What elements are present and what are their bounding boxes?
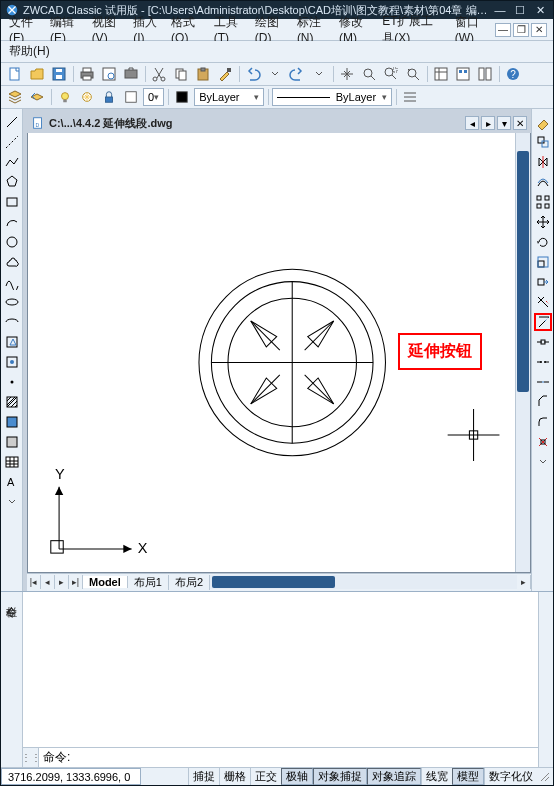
status-polar[interactable]: 极轴: [281, 768, 313, 785]
status-lwt[interactable]: 线宽: [421, 768, 452, 785]
tab-model[interactable]: Model: [83, 576, 128, 588]
circle-button[interactable]: [3, 233, 21, 251]
command-panel-handle[interactable]: 命令栏: [1, 592, 23, 767]
construction-line-button[interactable]: [3, 133, 21, 151]
undo-dropdown[interactable]: [265, 64, 285, 84]
layer-name-selector[interactable]: 0 ▾: [143, 88, 164, 106]
save-button[interactable]: [49, 64, 69, 84]
status-osnap[interactable]: 对象捕捉: [313, 768, 367, 785]
extend-button[interactable]: [534, 313, 552, 331]
new-button[interactable]: [5, 64, 25, 84]
help-button[interactable]: ?: [503, 64, 523, 84]
region-button[interactable]: [3, 433, 21, 451]
stretch-button[interactable]: [534, 273, 552, 291]
menu-help[interactable]: 帮助(H): [5, 41, 54, 62]
join-button[interactable]: [534, 373, 552, 391]
chamfer-button[interactable]: [534, 393, 552, 411]
polygon-button[interactable]: [3, 173, 21, 191]
command-input[interactable]: [74, 748, 538, 767]
point-button[interactable]: [3, 373, 21, 391]
array-button[interactable]: [534, 193, 552, 211]
properties-button[interactable]: [431, 64, 451, 84]
erase-button[interactable]: [534, 113, 552, 131]
mirror-button[interactable]: [534, 153, 552, 171]
status-otrack[interactable]: 对象追踪: [367, 768, 421, 785]
design-center-button[interactable]: [453, 64, 473, 84]
layer-lock-icon[interactable]: [99, 87, 119, 107]
doc-tab-close[interactable]: ✕: [513, 116, 527, 130]
hscroll-right[interactable]: ▸: [517, 575, 531, 589]
insert-block-button[interactable]: [3, 333, 21, 351]
gradient-button[interactable]: [3, 413, 21, 431]
line-button[interactable]: [3, 113, 21, 131]
color-selector[interactable]: ByLayer ▾: [194, 88, 264, 106]
trim-button[interactable]: [534, 293, 552, 311]
zoom-realtime-button[interactable]: [359, 64, 379, 84]
redo-dropdown[interactable]: [309, 64, 329, 84]
vertical-scrollbar[interactable]: [515, 133, 530, 571]
color-swatch-icon[interactable]: [121, 87, 141, 107]
fillet-button[interactable]: [534, 413, 552, 431]
publish-button[interactable]: [121, 64, 141, 84]
horizontal-scrollbar[interactable]: [210, 575, 517, 589]
copy-button[interactable]: [171, 64, 191, 84]
cut-button[interactable]: [149, 64, 169, 84]
drawing-viewport[interactable]: Y X 延伸按钮: [28, 133, 515, 571]
maximize-button[interactable]: ☐: [511, 2, 529, 18]
tab-nav-last[interactable]: ▸|: [69, 575, 83, 589]
make-block-button[interactable]: [3, 353, 21, 371]
hatch-button[interactable]: [3, 393, 21, 411]
doc-tab-menu[interactable]: ▾: [497, 116, 511, 130]
mtext-button[interactable]: A: [3, 473, 21, 491]
command-history[interactable]: [23, 592, 538, 747]
ellipse-arc-button[interactable]: [3, 313, 21, 331]
paste-button[interactable]: [193, 64, 213, 84]
status-ortho[interactable]: 正交: [250, 768, 281, 785]
revcloud-button[interactable]: [3, 253, 21, 271]
offset-button[interactable]: [534, 173, 552, 191]
plot-preview-button[interactable]: [99, 64, 119, 84]
ellipse-button[interactable]: [3, 293, 21, 311]
match-properties-button[interactable]: [215, 64, 235, 84]
doc-restore-button[interactable]: ❐: [513, 23, 529, 37]
color-control-icon[interactable]: [172, 87, 192, 107]
close-button[interactable]: ✕: [531, 2, 549, 18]
zoom-previous-button[interactable]: [403, 64, 423, 84]
tab-layout2[interactable]: 布局2: [169, 575, 210, 590]
command-input-grip-icon[interactable]: ⋮⋮: [23, 748, 39, 767]
horizontal-scroll-thumb[interactable]: [212, 576, 335, 588]
layer-prev-button[interactable]: [27, 87, 47, 107]
status-digitizer[interactable]: 数字化仪: [484, 768, 537, 785]
document-tab-label[interactable]: C:\...\4.4.2 延伸线段.dwg: [49, 116, 172, 131]
layer-freeze-icon[interactable]: [77, 87, 97, 107]
minimize-button[interactable]: —: [491, 2, 509, 18]
status-model[interactable]: 模型: [452, 768, 484, 785]
draw-overflow-button[interactable]: [3, 493, 21, 511]
move-button[interactable]: [534, 213, 552, 231]
doc-close-button[interactable]: ✕: [531, 23, 547, 37]
copy-object-button[interactable]: [534, 133, 552, 151]
redo-button[interactable]: [287, 64, 307, 84]
break-at-point-button[interactable]: [534, 333, 552, 351]
doc-tab-next[interactable]: ▸: [481, 116, 495, 130]
status-coordinates[interactable]: 3716.2099, 1333.6996, 0: [1, 768, 141, 785]
break-button[interactable]: [534, 353, 552, 371]
tab-nav-first[interactable]: |◂: [27, 575, 41, 589]
layer-state-bulb-icon[interactable]: [55, 87, 75, 107]
doc-minimize-button[interactable]: —: [495, 23, 511, 37]
explode-button[interactable]: [534, 433, 552, 451]
modify-overflow-button[interactable]: [534, 453, 552, 471]
resize-grip-icon[interactable]: [537, 768, 553, 785]
rotate-button[interactable]: [534, 233, 552, 251]
vertical-scroll-thumb[interactable]: [517, 151, 529, 392]
open-button[interactable]: [27, 64, 47, 84]
lineweight-button[interactable]: [400, 87, 420, 107]
layer-manager-button[interactable]: [5, 87, 25, 107]
pan-button[interactable]: [337, 64, 357, 84]
status-grid[interactable]: 栅格: [219, 768, 250, 785]
tab-nav-next[interactable]: ▸: [55, 575, 69, 589]
zoom-window-button[interactable]: [381, 64, 401, 84]
spline-button[interactable]: [3, 273, 21, 291]
linetype-selector[interactable]: ByLayer ▾: [272, 88, 392, 106]
doc-tab-prev[interactable]: ◂: [465, 116, 479, 130]
